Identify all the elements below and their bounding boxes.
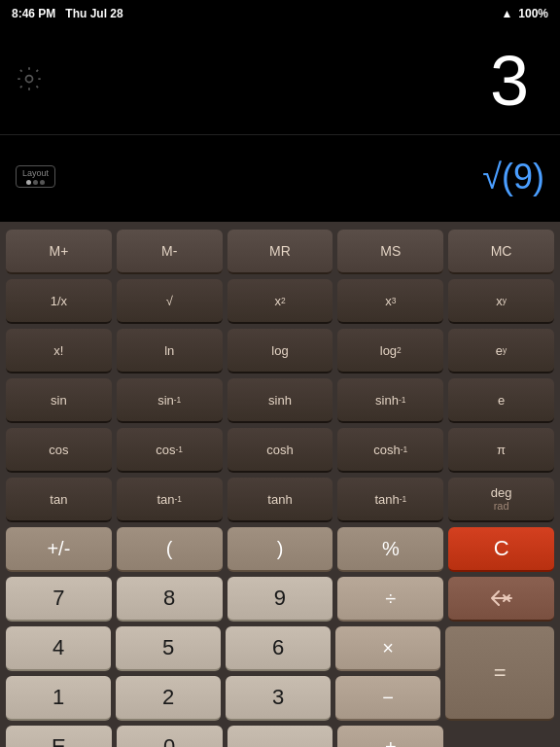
- number-row-2: 4 5 6 ×: [6, 626, 440, 671]
- btn-7[interactable]: 7: [6, 577, 112, 622]
- btn-8[interactable]: 8: [117, 577, 223, 622]
- number-row-4: E 0 . +: [6, 726, 554, 747]
- btn-divide[interactable]: ÷: [337, 577, 443, 622]
- battery-display: 100%: [518, 7, 548, 20]
- btn-ey[interactable]: ey: [448, 329, 554, 374]
- btn-add[interactable]: +: [337, 726, 443, 747]
- calculator-body: M+ M- MR MS MC 1/x √ x2 x3 xy x! ln log …: [0, 222, 560, 747]
- btn-m-plus[interactable]: M+: [6, 230, 112, 274]
- number-row-1: 7 8 9 ÷: [6, 577, 554, 622]
- btn-sin-inv[interactable]: sin-1: [117, 378, 223, 423]
- btn-plusminus[interactable]: +/-: [6, 527, 112, 572]
- memory-row: M+ M- MR MS MC: [6, 230, 554, 274]
- btn-0[interactable]: 0: [117, 726, 223, 747]
- btn-multiply[interactable]: ×: [335, 626, 440, 671]
- btn-tan[interactable]: tan: [6, 478, 112, 522]
- btn-backspace[interactable]: [448, 577, 554, 622]
- btn-cos-inv[interactable]: cos-1: [117, 428, 223, 473]
- btn-reciprocal[interactable]: 1/x: [6, 279, 112, 324]
- layout-button[interactable]: Layout: [16, 165, 55, 188]
- btn-clear[interactable]: C: [448, 527, 554, 572]
- btn-mc[interactable]: MC: [448, 230, 554, 274]
- number-cols: 4 5 6 × 1 2 3 −: [6, 626, 440, 721]
- time-display: 8:46 PM: [12, 7, 55, 20]
- btn-tan-inv[interactable]: tan-1: [117, 478, 223, 522]
- date-display: Thu Jul 28: [65, 7, 122, 20]
- btn-deg-rad[interactable]: deg rad: [448, 478, 554, 522]
- btn-cosh[interactable]: cosh: [228, 428, 333, 473]
- status-time: 8:46 PM Thu Jul 28: [12, 7, 123, 20]
- display-top: 3: [0, 27, 560, 134]
- layout-dot-3: [40, 180, 45, 185]
- misc-row: +/- ( ) % C: [6, 527, 554, 572]
- status-icons: ▲ 100%: [501, 7, 548, 20]
- btn-subtract[interactable]: −: [335, 676, 440, 721]
- btn-2[interactable]: 2: [116, 676, 221, 721]
- btn-9[interactable]: 9: [228, 577, 333, 622]
- trig-sin-row: sin sin-1 sinh sinh-1 e: [6, 378, 554, 423]
- btn-cosh-inv[interactable]: cosh-1: [337, 428, 443, 473]
- btn-e[interactable]: e: [448, 378, 554, 423]
- btn-m-minus[interactable]: M-: [117, 230, 223, 274]
- btn-close-paren[interactable]: ): [228, 527, 333, 572]
- btn-tanh-inv[interactable]: tanh-1: [337, 478, 443, 522]
- btn-3[interactable]: 3: [226, 676, 331, 721]
- btn-cos[interactable]: cos: [6, 428, 112, 473]
- status-bar: 8:46 PM Thu Jul 28 ▲ 100%: [0, 0, 560, 27]
- number-row-3: 1 2 3 −: [6, 676, 440, 721]
- btn-sin[interactable]: sin: [6, 378, 112, 423]
- number-rows-2-3: 4 5 6 × 1 2 3 − =: [6, 626, 554, 721]
- btn-pi[interactable]: π: [448, 428, 554, 473]
- trig-cos-row: cos cos-1 cosh cosh-1 π: [6, 428, 554, 473]
- btn-factorial[interactable]: x!: [6, 329, 112, 374]
- display-area: 3 Layout √(9): [0, 27, 560, 222]
- btn-6[interactable]: 6: [226, 626, 331, 671]
- btn-x2[interactable]: x2: [228, 279, 333, 324]
- btn-xy[interactable]: xy: [448, 279, 554, 324]
- wifi-icon: ▲: [501, 7, 512, 20]
- settings-icon[interactable]: [16, 65, 43, 96]
- btn-ms[interactable]: MS: [337, 230, 443, 274]
- btn-mr[interactable]: MR: [228, 230, 333, 274]
- scientific-row-1: 1/x √ x2 x3 xy: [6, 279, 554, 324]
- btn-x3[interactable]: x3: [337, 279, 443, 324]
- svg-point-0: [26, 76, 33, 83]
- expression-display: √(9): [55, 157, 544, 197]
- btn-ln[interactable]: ln: [117, 329, 223, 374]
- btn-log[interactable]: log: [228, 329, 333, 374]
- spacer: [448, 726, 554, 747]
- btn-equals[interactable]: =: [445, 626, 554, 721]
- btn-sinh-inv[interactable]: sinh-1: [337, 378, 443, 423]
- btn-open-paren[interactable]: (: [117, 527, 223, 572]
- btn-log2[interactable]: log2: [337, 329, 443, 374]
- btn-4[interactable]: 4: [6, 626, 111, 671]
- display-bottom: Layout √(9): [0, 134, 560, 222]
- btn-sinh[interactable]: sinh: [228, 378, 333, 423]
- btn-5[interactable]: 5: [116, 626, 221, 671]
- btn-1[interactable]: 1: [6, 676, 111, 721]
- result-display: 3: [43, 41, 544, 121]
- btn-sqrt[interactable]: √: [117, 279, 223, 324]
- layout-dot-1: [26, 180, 31, 185]
- scientific-row-2: x! ln log log2 ey: [6, 329, 554, 374]
- layout-dot-2: [33, 180, 38, 185]
- btn-exp[interactable]: E: [6, 726, 112, 747]
- btn-percent[interactable]: %: [337, 527, 443, 572]
- btn-decimal[interactable]: .: [228, 726, 333, 747]
- btn-tanh[interactable]: tanh: [228, 478, 333, 522]
- trig-tan-row: tan tan-1 tanh tanh-1 deg rad: [6, 478, 554, 522]
